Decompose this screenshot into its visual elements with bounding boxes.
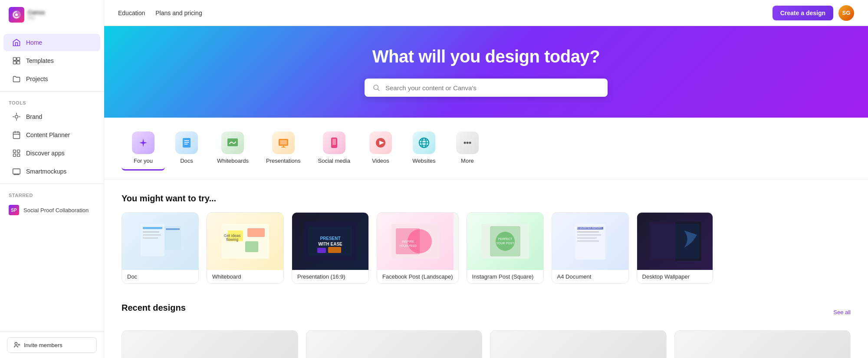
svg-point-25 — [464, 142, 466, 144]
sidebar-item-brand[interactable]: Brand — [3, 108, 100, 125]
desktop-preview — [649, 222, 701, 261]
quick-type-presentations[interactable]: Presentations — [257, 126, 309, 171]
discover-apps-icon — [12, 149, 21, 158]
starred-item-social-proof[interactable]: SP Social Proof Collaboration — [0, 201, 104, 219]
quick-type-websites[interactable]: Websites — [402, 126, 446, 171]
invite-members-button[interactable]: Invite members — [7, 337, 97, 353]
for-you-icon — [132, 131, 155, 154]
svg-rect-7 — [13, 132, 20, 138]
sidebar-item-discover-apps[interactable]: Discover apps — [3, 145, 100, 162]
topnav-plans[interactable]: Plans and pricing — [155, 8, 202, 18]
card-desktop-label: Desktop Wallpaper — [637, 270, 713, 283]
svg-rect-60 — [577, 234, 601, 236]
quick-types-row: For you Docs Whiteboards — [104, 118, 868, 180]
svg-rect-2 — [13, 58, 16, 61]
videos-label: Videos — [372, 158, 389, 164]
svg-rect-8 — [13, 150, 16, 153]
svg-rect-38 — [245, 241, 258, 252]
svg-rect-15 — [183, 138, 191, 148]
try-section-title: You might want to try... — [122, 194, 851, 204]
recent-card-4[interactable] — [674, 330, 851, 358]
card-instagram-post[interactable]: PERFECT YOUR POST Instagram Post (Square… — [467, 212, 544, 284]
svg-rect-61 — [577, 237, 597, 239]
quick-type-for-you[interactable]: For you — [122, 126, 165, 171]
topnav-right: Create a design SG — [773, 5, 854, 21]
card-presentation[interactable]: PRESENT WITH EASE Presentation (16:9) — [292, 212, 369, 284]
svg-rect-9 — [17, 150, 20, 153]
svg-rect-4 — [13, 61, 16, 64]
sidebar-footer: Invite members — [0, 332, 104, 358]
sidebar-item-home[interactable]: Home — [3, 34, 100, 51]
logo-mark — [9, 7, 24, 23]
card-a4-document[interactable]: MID-QUARTER REPORT A4 Document — [552, 212, 629, 284]
quick-type-more[interactable]: More — [446, 126, 489, 171]
create-design-button[interactable]: Create a design — [773, 6, 833, 20]
whiteboards-icon — [221, 131, 244, 154]
card-whiteboard[interactable]: Get ideas flowing Whiteboard — [207, 212, 284, 284]
try-cards-row: Doc Get ideas flowing Whiteboard — [122, 212, 851, 287]
svg-point-1 — [15, 13, 18, 16]
a4-preview: MID-QUARTER REPORT — [564, 222, 616, 261]
phone-icon — [328, 137, 340, 149]
recent-section: Recent designs See all — [122, 303, 851, 358]
sidebar-item-projects[interactable]: Projects — [3, 70, 100, 88]
svg-point-54 — [496, 232, 515, 251]
instagram-preview: PERFECT YOUR POST — [479, 222, 531, 261]
card-whiteboard-label: Whiteboard — [207, 270, 283, 283]
sidebar-logo: Canva Pro — [0, 0, 104, 30]
sidebar-item-content-planner[interactable]: Content Planner — [3, 126, 100, 144]
social-media-label: Social media — [318, 158, 350, 164]
svg-text:YOUR FEED: YOUR FEED — [399, 244, 417, 247]
sidebar-divider-2 — [0, 184, 104, 184]
card-desktop-image — [637, 213, 713, 270]
quick-type-whiteboards[interactable]: Whiteboards — [208, 126, 257, 171]
topnav-education[interactable]: Education — [118, 8, 145, 18]
card-whiteboard-image: Get ideas flowing — [207, 213, 283, 270]
svg-rect-32 — [143, 237, 158, 239]
starred-section: SP Social Proof Collaboration — [0, 200, 104, 220]
recent-section-header: Recent designs See all — [122, 303, 851, 322]
svg-rect-31 — [143, 234, 161, 236]
sidebar-item-smartmockups[interactable]: Smartmockups — [3, 163, 100, 180]
doc-preview — [134, 222, 186, 261]
sidebar-item-content-planner-label: Content Planner — [26, 131, 70, 138]
sidebar-item-templates[interactable]: Templates — [3, 52, 100, 69]
facebook-preview: INSPIRE YOUR FEED — [389, 222, 441, 261]
svg-point-6 — [15, 115, 18, 118]
projects-icon — [12, 75, 21, 83]
svg-point-27 — [469, 142, 471, 144]
quick-type-docs[interactable]: Docs — [165, 126, 208, 171]
svg-rect-30 — [143, 231, 159, 233]
svg-rect-45 — [317, 248, 326, 253]
logo-text: Canva Pro — [28, 9, 45, 20]
card-doc[interactable]: Doc — [122, 212, 199, 284]
recent-card-3[interactable] — [490, 330, 667, 358]
svg-rect-59 — [577, 231, 599, 233]
svg-rect-18 — [280, 140, 287, 145]
quick-type-social-media[interactable]: Social media — [309, 126, 358, 171]
svg-text:PRESENT: PRESENT — [320, 236, 340, 241]
card-desktop-wallpaper[interactable]: Desktop Wallpaper — [637, 212, 713, 284]
svg-rect-5 — [17, 61, 20, 64]
user-avatar[interactable]: SG — [838, 5, 854, 21]
recent-card-2[interactable] — [306, 330, 483, 358]
search-input[interactable] — [385, 84, 600, 92]
videos-icon — [369, 131, 392, 154]
whiteboard-icon — [227, 137, 239, 149]
svg-point-26 — [466, 142, 468, 144]
see-all-button[interactable]: See all — [833, 309, 851, 315]
card-facebook-image: INSPIRE YOUR FEED — [377, 213, 454, 270]
logo-name: Canva — [28, 9, 45, 16]
svg-text:PERFECT: PERFECT — [498, 237, 512, 240]
starred-section-label: Starred — [0, 187, 104, 200]
svg-rect-11 — [17, 154, 20, 157]
svg-rect-62 — [577, 240, 599, 242]
whiteboard-preview: Get ideas flowing — [219, 222, 271, 261]
quick-type-videos[interactable]: Videos — [359, 126, 402, 171]
recent-card-1[interactable] — [122, 330, 298, 358]
svg-rect-10 — [13, 154, 16, 157]
more-icon — [456, 131, 479, 154]
play-icon — [375, 137, 387, 149]
svg-rect-3 — [17, 58, 20, 61]
card-facebook-post[interactable]: INSPIRE YOUR FEED Facebook Post (Landsca… — [377, 212, 459, 284]
